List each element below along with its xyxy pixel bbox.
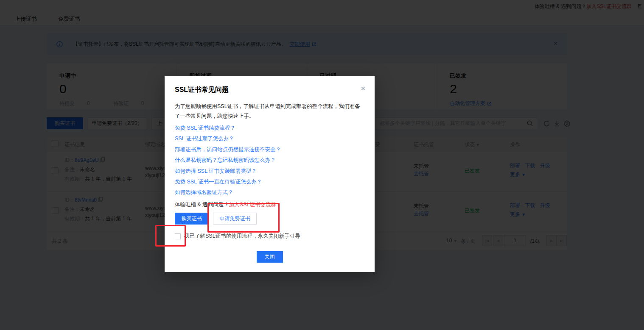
ssl-console-page: 体验吐槽 & 遇到问题？ 加入SSL证书交流群 帮 上传证书 免费证书 【证书托… [0, 0, 644, 330]
annotation-rect-apply-button [207, 203, 280, 233]
faq-link[interactable]: 如何选择域名验证方式？ [175, 187, 281, 198]
annotation-rect-checkbox [155, 225, 186, 247]
faq-link[interactable]: 免费 SSL 证书一直在待验证怎么办？ [175, 177, 281, 187]
faq-link[interactable]: 什么是私钥密码？忘记私钥密码该怎么办？ [175, 155, 281, 166]
checkbox-label: 我已了解SSL证书的使用流程，永久关闭新手引导 [184, 233, 300, 240]
modal-close-icon[interactable]: × [361, 85, 365, 92]
modal-intro-text: 为了您能顺畅使用SSL证书，了解证书从申请到完成部署的整个流程，我们准备了一些常… [175, 102, 364, 121]
faq-link[interactable]: 部署证书后，访问站点仍然提示连接不安全？ [175, 144, 281, 155]
modal-buy-cert-button[interactable]: 购买证书 [175, 213, 208, 225]
modal-close-button[interactable]: 关闭 [257, 251, 283, 263]
faq-modal: SSL证书常见问题 × 为了您能顺畅使用SSL证书，了解证书从申请到完成部署的整… [165, 76, 375, 272]
faq-link[interactable]: 免费 SSL 证书续费流程？ [175, 123, 281, 133]
dont-show-again-row: 我已了解SSL证书的使用流程，永久关闭新手引导 [175, 233, 300, 240]
faq-link[interactable]: 如何选择 SSL 证书安装部署类型？ [175, 166, 281, 177]
modal-title: SSL证书常见问题 [175, 86, 229, 94]
faq-link-list: 免费 SSL 证书续费流程？ SSL 证书过期了怎么办？ 部署证书后，访问站点仍… [175, 123, 281, 198]
faq-link[interactable]: SSL 证书过期了怎么办？ [175, 133, 281, 144]
